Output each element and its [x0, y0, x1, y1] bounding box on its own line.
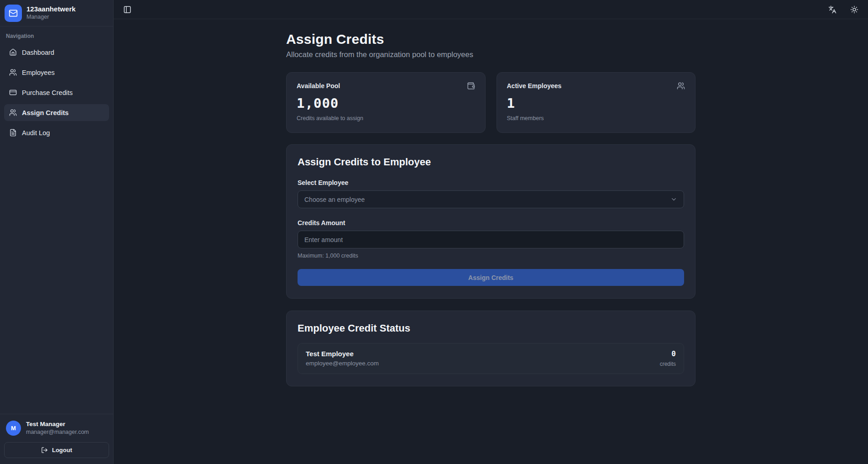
users-icon	[9, 109, 17, 116]
sun-icon	[850, 5, 858, 14]
form-card-title: Assign Credits to Employee	[298, 156, 684, 168]
sidebar-item-audit-log[interactable]: Audit Log	[4, 124, 109, 141]
nav-section-label: Navigation	[4, 33, 109, 39]
stat-caption: Credits available to assign	[297, 115, 475, 121]
sidebar: 123aanhetwerk Manager Navigation Dashboa…	[0, 0, 114, 464]
credits-amount-label: Credits Amount	[298, 219, 684, 227]
sidebar-item-label: Purchase Credits	[22, 89, 73, 96]
panel-left-icon	[123, 5, 131, 14]
assign-credits-form-card: Assign Credits to Employee Select Employ…	[286, 144, 695, 299]
chevron-down-icon	[670, 196, 677, 203]
stat-title: Available Pool	[297, 82, 340, 90]
employee-status-row: Test Employee employee@employee.com 0 cr…	[298, 343, 684, 374]
topbar	[114, 0, 868, 19]
employee-name: Test Employee	[306, 350, 379, 358]
language-button[interactable]	[826, 4, 838, 16]
user-email: manager@manager.com	[26, 428, 89, 436]
employee-credit-status-card: Employee Credit Status Test Employee emp…	[286, 311, 695, 386]
select-employee-label: Select Employee	[298, 179, 684, 186]
amount-helper-text: Maximum: 1,000 credits	[298, 253, 684, 259]
sidebar-item-employees[interactable]: Employees	[4, 64, 109, 81]
page-title: Assign Credits	[286, 32, 695, 47]
user-name: Test Manager	[26, 421, 89, 428]
brand-role: Manager	[26, 13, 76, 21]
credits-amount-input[interactable]	[298, 231, 684, 248]
brand-name: 123aanhetwerk	[26, 5, 76, 13]
theme-toggle-button[interactable]	[848, 4, 860, 16]
sidebar-item-assign-credits[interactable]: Assign Credits	[4, 104, 109, 121]
employee-credits-unit: credits	[660, 361, 676, 367]
employee-email: employee@employee.com	[306, 360, 379, 367]
home-icon	[9, 48, 17, 56]
status-card-title: Employee Credit Status	[298, 322, 684, 334]
sidebar-item-purchase-credits[interactable]: Purchase Credits	[4, 84, 109, 101]
stat-value: 1	[507, 95, 685, 111]
sidebar-item-label: Audit Log	[22, 129, 50, 137]
credit-card-icon	[9, 89, 17, 96]
stat-card-active-employees: Active Employees 1 Staff members	[497, 72, 696, 133]
stat-caption: Staff members	[507, 115, 685, 121]
sidebar-item-label: Dashboard	[22, 49, 54, 56]
sidebar-item-dashboard[interactable]: Dashboard	[4, 44, 109, 61]
stat-value: 1,000	[297, 95, 475, 111]
user-profile: M Test Manager manager@manager.com	[4, 421, 109, 436]
logout-label: Logout	[52, 447, 72, 453]
stat-card-available-pool: Available Pool 1,000 Credits available t…	[286, 72, 486, 133]
employee-select-placeholder: Choose an employee	[304, 196, 365, 203]
avatar: M	[6, 421, 21, 436]
app-logo	[5, 5, 22, 22]
mail-icon	[9, 9, 18, 18]
sidebar-header: 123aanhetwerk Manager	[0, 0, 113, 26]
wallet-icon	[467, 82, 475, 90]
sidebar-footer: M Test Manager manager@manager.com Logou…	[0, 414, 113, 464]
languages-icon	[828, 5, 837, 14]
stat-title: Active Employees	[507, 82, 562, 90]
users-icon	[677, 82, 685, 90]
employee-credits-value: 0	[660, 349, 676, 358]
sidebar-item-label: Assign Credits	[22, 109, 68, 116]
logout-icon	[41, 447, 48, 453]
file-text-icon	[9, 129, 17, 137]
sidebar-nav: Navigation Dashboard Employees Purchase …	[0, 26, 113, 151]
page-subtitle: Allocate credits from the organization p…	[286, 50, 695, 59]
stats-row: Available Pool 1,000 Credits available t…	[286, 72, 695, 133]
employee-select[interactable]: Choose an employee	[298, 190, 684, 208]
users-icon	[9, 69, 17, 76]
main-content: Assign Credits Allocate credits from the…	[114, 19, 868, 464]
logout-button[interactable]: Logout	[4, 442, 109, 458]
sidebar-item-label: Employees	[22, 69, 55, 76]
assign-credits-button[interactable]: Assign Credits	[298, 269, 684, 286]
sidebar-toggle-button[interactable]	[121, 4, 133, 16]
